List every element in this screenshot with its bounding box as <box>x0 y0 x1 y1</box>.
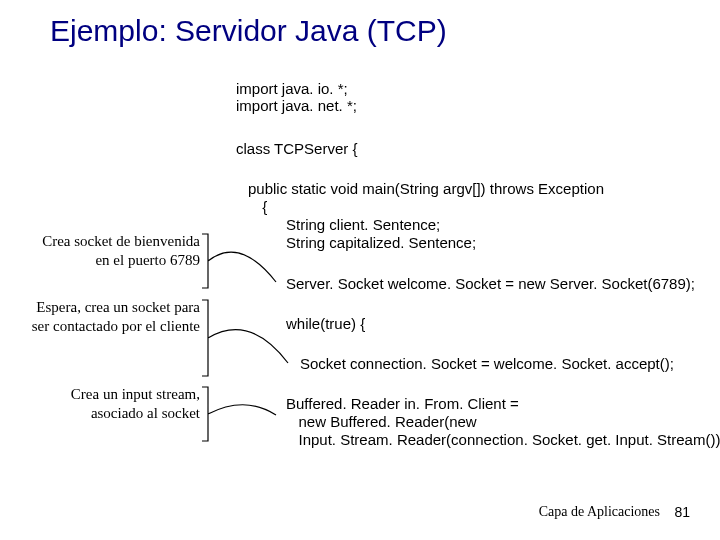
annotation-welcome-socket: Crea socket de bienvenida en el puerto 6… <box>30 232 200 270</box>
code-mainsig: public static void main(String argv[]) t… <box>248 180 604 197</box>
annotation-accept: Espera, crea un socket para ser contacta… <box>30 298 200 336</box>
code-l3: Server. Socket welcome. Socket = new Ser… <box>286 275 695 292</box>
code-l7: new Buffered. Reader(new <box>286 413 477 430</box>
code-brace: { <box>258 198 267 215</box>
code-classdecl: class TCPServer { <box>236 140 357 157</box>
code-l5: Socket connection. Socket = welcome. Soc… <box>300 355 674 372</box>
slide-title: Ejemplo: Servidor Java (TCP) <box>50 14 447 48</box>
page-number: 81 <box>674 504 690 520</box>
footer-label: Capa de Aplicaciones <box>539 504 660 520</box>
bracket-icon <box>200 385 280 445</box>
code-l2: String capitalized. Sentence; <box>286 234 476 251</box>
bracket-icon <box>200 298 290 380</box>
code-imports: import java. io. *; import java. net. *; <box>236 80 357 114</box>
bracket-icon <box>200 232 280 292</box>
code-l8: Input. Stream. Reader(connection. Socket… <box>286 431 720 448</box>
code-l6: Buffered. Reader in. From. Client = <box>286 395 519 412</box>
annotation-input-stream: Crea un input stream, asociado al socket <box>30 385 200 423</box>
code-l4: while(true) { <box>286 315 365 332</box>
code-l1: String client. Sentence; <box>286 216 440 233</box>
